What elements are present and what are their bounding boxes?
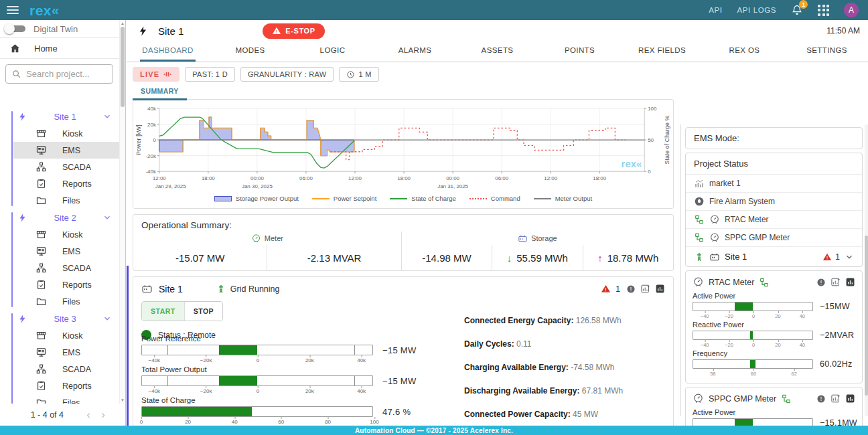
sidebar-item-files[interactable]: Files — [13, 394, 120, 404]
tab-settings[interactable]: SETTINGS — [786, 41, 868, 62]
op-group-meter: Meter-15.07 MW-2.13 MVAR — [133, 232, 401, 270]
info-circle-icon[interactable] — [816, 394, 826, 404]
search-input[interactable] — [26, 69, 101, 79]
scroll-up-icon[interactable]: ▲ — [120, 20, 125, 27]
status-row-site-1[interactable]: Site 11 — [686, 247, 862, 266]
gauge-track[interactable] — [141, 406, 373, 417]
sidebar-item-ems[interactable]: EMS — [13, 344, 120, 361]
series-command — [330, 128, 626, 159]
sidebar-item-files[interactable]: Files — [13, 192, 120, 209]
api-logs-link[interactable]: API LOGS — [737, 6, 777, 14]
live-button[interactable]: LIVE — [133, 67, 179, 82]
tab-dashboard[interactable]: DASHBOARD — [127, 41, 209, 62]
bar-chart-icon[interactable] — [845, 394, 855, 404]
sidebar-item-reports[interactable]: Reports — [13, 377, 120, 394]
start-stop-control: START STOP — [141, 301, 223, 321]
stat-discharging-available-energy: Discharging Available Energy: 67.81 MWh — [464, 386, 623, 402]
gauge-tick-label: −40 — [701, 313, 709, 319]
tab-modes[interactable]: MODES — [209, 41, 291, 62]
transmission-tower-icon — [216, 284, 226, 294]
granularity-button[interactable]: GRANULARITY : RAW — [240, 67, 334, 82]
op-value-cell: -15.07 MW — [133, 245, 267, 270]
project-search — [5, 64, 113, 84]
sidebar-scrollbar[interactable]: ▲ ▼ — [119, 20, 125, 404]
clock-time: 11:50 AM — [826, 26, 860, 35]
chart-add-icon[interactable] — [830, 277, 841, 287]
sidebar-item-home[interactable]: Home — [0, 38, 125, 59]
site-header: Site 1 E-STOP 11:50 AM — [127, 20, 868, 41]
tab-rex-os[interactable]: REX OS — [703, 41, 786, 62]
e-stop-button[interactable]: E-STOP — [263, 23, 324, 39]
sidebar-item-ems[interactable]: EMS — [13, 243, 120, 260]
sidebar-item-reports[interactable]: Reports — [13, 276, 120, 293]
op-group-label-text: Storage — [531, 234, 557, 242]
status-row-label: Fire Alarm System — [709, 197, 775, 206]
files-icon — [35, 296, 47, 307]
chevron-down-icon[interactable] — [845, 252, 854, 262]
tab-summary[interactable]: SUMMARY — [133, 87, 187, 100]
tab-assets[interactable]: ASSETS — [456, 41, 538, 62]
stat-value: -74.58 MWh — [571, 363, 614, 372]
bar-chart-icon[interactable] — [655, 284, 665, 294]
info-circle-icon[interactable] — [626, 284, 636, 294]
bar-chart-icon[interactable] — [845, 277, 855, 287]
sidebar-site-site-1[interactable]: Site 1 — [0, 108, 120, 125]
avatar[interactable]: A — [844, 3, 859, 17]
scrollbar-thumb[interactable] — [865, 236, 868, 396]
selected-site-accent — [127, 266, 129, 426]
operational-summary-card: Operational Summary: Meter-15.07 MW-2.13… — [133, 214, 674, 271]
status-row-market-1[interactable]: market 1 — [686, 175, 862, 193]
tab-points[interactable]: POINTS — [538, 41, 621, 62]
sidebar-item-scada[interactable]: SCADA — [13, 260, 120, 276]
gauge-tick-label: −40k — [149, 388, 161, 394]
chart-add-icon[interactable] — [830, 394, 841, 404]
sidebar-item-scada[interactable]: SCADA — [13, 361, 120, 377]
gauge-track[interactable] — [141, 345, 373, 355]
right-panel-scrollbar[interactable] — [865, 124, 868, 416]
gauge-reactive-power: Reactive Power−2MVAR−40−2002040 — [693, 321, 855, 347]
status-row-fire-alarm-system[interactable]: Fire Alarm System — [686, 193, 862, 211]
apps-grid-icon[interactable] — [818, 5, 829, 16]
scrollbar-thumb[interactable] — [121, 27, 125, 107]
notifications-bell-icon[interactable]: 1 — [791, 4, 803, 16]
sidebar-item-kiosk[interactable]: Kiosk — [13, 226, 120, 243]
clock-icon — [346, 70, 355, 79]
sidebar-item-label: Kiosk — [62, 129, 83, 139]
sidebar-item-ems[interactable]: EMS — [13, 142, 120, 159]
sidebar-item-scada[interactable]: SCADA — [13, 159, 120, 175]
sidebar-item-kiosk[interactable]: Kiosk — [13, 125, 120, 142]
gauge-ticks: −40−2002040 — [693, 341, 814, 347]
stop-button[interactable]: STOP — [185, 302, 222, 321]
tab-alarms[interactable]: ALARMS — [374, 41, 456, 62]
sidebar-site-site-2[interactable]: Site 2 — [0, 209, 120, 226]
info-circle-icon[interactable] — [816, 278, 826, 287]
refresh-interval-button[interactable]: 1 M — [339, 67, 378, 82]
sidebar-item-files[interactable]: Files — [13, 293, 120, 310]
sidebar-site-site-3[interactable]: Site 3 — [0, 310, 120, 327]
gauge-track[interactable] — [141, 375, 373, 386]
status-row-rtac-meter[interactable]: RTAC Meter — [686, 211, 862, 229]
x-tick-label: 00:00 — [446, 175, 459, 181]
digital-twin-toggle[interactable] — [4, 23, 27, 34]
site-group: Site 2KioskEMSSCADAReportsFiles — [0, 209, 120, 310]
status-row-sppc-gmp-meter[interactable]: SPPC GMP Meter — [686, 229, 862, 247]
page-previous-icon[interactable]: ‹ — [81, 408, 96, 422]
page-next-icon[interactable]: › — [96, 408, 111, 422]
x-tick-label: 06:00 — [495, 175, 508, 181]
sidebar-item-kiosk[interactable]: Kiosk — [13, 327, 120, 344]
scada-icon — [35, 161, 47, 173]
tab-logic[interactable]: LOGIC — [291, 41, 374, 62]
past-range-button[interactable]: PAST: 1 D — [185, 67, 235, 82]
scroll-down-icon[interactable]: ▼ — [120, 397, 125, 404]
hamburger-menu-icon[interactable] — [7, 6, 19, 14]
sidebar-item-reports[interactable]: Reports — [13, 175, 120, 192]
reports-icon — [35, 178, 47, 189]
x-date-label: Jan 29, 2025 — [155, 183, 186, 189]
start-button[interactable]: START — [142, 302, 185, 321]
stat-connected-power-capacity: Connected Power Capacity: 45 MW — [464, 410, 623, 425]
gauge-bar — [219, 345, 257, 355]
tab-rex-fields[interactable]: REX FIELDS — [621, 41, 703, 62]
chart-add-icon[interactable] — [640, 284, 650, 294]
meterC-icon — [709, 214, 720, 225]
api-link[interactable]: API — [709, 6, 722, 14]
